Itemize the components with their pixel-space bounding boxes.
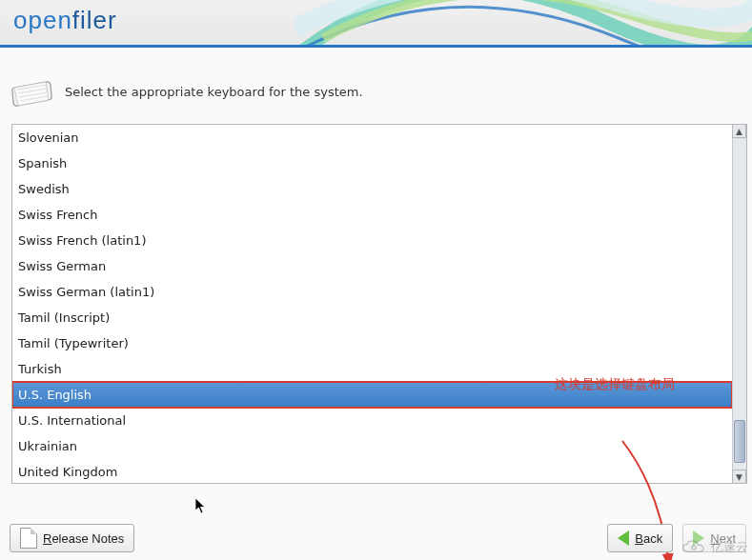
list-item[interactable]: Swiss French: [12, 202, 732, 228]
list-item[interactable]: Slovenian: [12, 125, 732, 150]
svg-point-4: [692, 546, 696, 550]
list-item[interactable]: Ukrainian: [12, 433, 732, 459]
list-item[interactable]: Swiss German (latin1): [12, 279, 732, 305]
keyboard-list[interactable]: SlovenianSpanishSwedishSwiss FrenchSwiss…: [12, 125, 732, 483]
scroll-down-arrow[interactable]: ▼: [732, 470, 746, 484]
annotation-text: 这块是选择键盘布局: [555, 376, 675, 393]
keyboard-list-container: SlovenianSpanishSwedishSwiss FrenchSwiss…: [11, 124, 747, 484]
list-item[interactable]: Swiss French (latin1): [12, 228, 732, 253]
footer-buttons: Release Notes Back Next: [10, 524, 746, 552]
keyboard-icon: [11, 76, 53, 107]
watermark: 亿速云: [681, 539, 748, 556]
list-item[interactable]: Swiss German: [12, 253, 732, 279]
instruction-text: Select the appropriate keyboard for the …: [65, 85, 363, 99]
release-notes-label: Release Notes: [43, 531, 124, 546]
main-content: Select the appropriate keyboard for the …: [0, 48, 752, 484]
installer-header: openfiler: [0, 0, 752, 48]
mouse-cursor: [194, 497, 208, 517]
back-label: Back: [635, 531, 662, 546]
document-icon: [20, 528, 37, 549]
scroll-up-arrow[interactable]: ▲: [732, 124, 746, 138]
back-button[interactable]: Back: [607, 524, 673, 552]
scroll-thumb[interactable]: [734, 420, 745, 463]
instruction-row: Select the appropriate keyboard for the …: [11, 76, 752, 107]
scrollbar[interactable]: ▲ ▼: [732, 125, 746, 483]
list-item[interactable]: Swedish: [12, 176, 732, 202]
brand-logo: openfiler: [13, 6, 117, 35]
list-item[interactable]: Tamil (Typewriter): [12, 330, 732, 356]
list-item[interactable]: U.S. International: [12, 408, 732, 433]
list-item[interactable]: Spanish: [12, 150, 732, 176]
list-item[interactable]: Tamil (Inscript): [12, 305, 732, 330]
header-decoration: [295, 0, 752, 48]
list-item[interactable]: United Kingdom: [12, 459, 732, 483]
watermark-text: 亿速云: [711, 539, 748, 556]
arrow-left-icon: [618, 530, 629, 546]
release-notes-button[interactable]: Release Notes: [10, 524, 134, 552]
